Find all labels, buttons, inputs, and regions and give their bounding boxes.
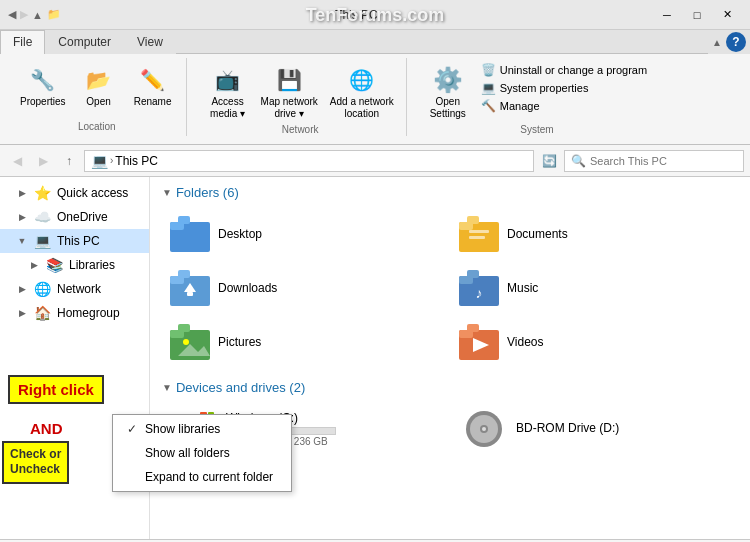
address-path[interactable]: 💻 › This PC: [84, 150, 534, 172]
ribbon-tabs: File Computer View ▲ ?: [0, 30, 750, 54]
maximize-button[interactable]: □: [682, 5, 712, 25]
svg-rect-15: [467, 270, 479, 278]
svg-text:♪: ♪: [476, 285, 483, 301]
svg-point-33: [482, 427, 486, 431]
refresh-button[interactable]: 🔄: [538, 150, 560, 172]
folder-documents[interactable]: Documents: [451, 208, 738, 260]
ctx-show-libraries-label: Show libraries: [145, 422, 220, 436]
devices-collapse-icon[interactable]: ▼: [162, 382, 172, 393]
homegroup-label: Homegroup: [57, 306, 120, 320]
up-icon[interactable]: ▲: [32, 9, 43, 21]
back-icon[interactable]: ◀: [8, 8, 16, 21]
desktop-folder-icon: [170, 214, 210, 254]
onedrive-icon: ☁️: [34, 209, 51, 225]
libraries-icon: 📚: [46, 257, 63, 273]
drive-bdrom-d[interactable]: BD-ROM Drive (D:): [452, 403, 738, 455]
manage-button[interactable]: 🔨 Manage: [477, 98, 651, 114]
folder-desktop[interactable]: Desktop: [162, 208, 449, 260]
devices-section-header: ▼ Devices and drives (2): [162, 380, 738, 395]
manage-icon: 🔨: [481, 99, 496, 113]
uninstall-button[interactable]: 🗑️ Uninstall or change a program: [477, 62, 651, 78]
ribbon-content: 🔧 Properties 📂 Open ✏️ Rename Location 📺: [0, 54, 750, 144]
properties-label: Properties: [20, 96, 66, 108]
tab-computer[interactable]: Computer: [45, 30, 124, 54]
network-icon: 🌐: [34, 281, 51, 297]
system-props-button[interactable]: 💻 System properties: [477, 80, 651, 96]
ribbon-group-location: 🔧 Properties 📂 Open ✏️ Rename Location: [8, 58, 187, 136]
up-button[interactable]: ↑: [58, 150, 80, 172]
sidebar-item-quick-access[interactable]: ▶ ⭐ Quick access: [0, 181, 149, 205]
settings-icon: ⚙️: [432, 64, 464, 96]
folder-music-label: Music: [507, 281, 538, 295]
sidebar-item-thispc[interactable]: ▼ 💻 This PC: [0, 229, 149, 253]
folder-music[interactable]: ♪ Music: [451, 262, 738, 314]
sidebar-item-homegroup[interactable]: ▶ 🏠 Homegroup: [0, 301, 149, 325]
homegroup-icon: 🏠: [34, 305, 51, 321]
open-icon: 📂: [83, 64, 115, 96]
add-network-button[interactable]: 🌐 Add a networklocation: [326, 62, 398, 122]
back-button[interactable]: ◀: [6, 150, 28, 172]
close-button[interactable]: ✕: [712, 5, 742, 25]
window-title: This PC: [61, 8, 652, 22]
tab-view[interactable]: View: [124, 30, 176, 54]
folder-pictures[interactable]: Pictures: [162, 316, 449, 368]
minimize-button[interactable]: ─: [652, 5, 682, 25]
access-media-button[interactable]: 📺 Accessmedia ▾: [203, 62, 253, 122]
drive-d-icon: [460, 409, 508, 449]
ctx-expand-current[interactable]: Expand to current folder: [113, 465, 291, 489]
expand-current-check: [125, 470, 139, 484]
manage-label: Manage: [500, 100, 540, 112]
pc-icon: 💻: [91, 153, 108, 169]
ctx-show-libraries[interactable]: ✓ Show libraries: [113, 417, 291, 441]
map-network-icon: 💾: [273, 64, 305, 96]
ribbon-group-system: ⚙️ OpenSettings 🗑️ Uninstall or change a…: [415, 58, 659, 136]
address-bar: ◀ ▶ ↑ 💻 › This PC 🔄 🔍 Search This PC: [0, 145, 750, 177]
add-network-label: Add a networklocation: [330, 96, 394, 120]
forward-button[interactable]: ▶: [32, 150, 54, 172]
system-buttons: ⚙️ OpenSettings 🗑️ Uninstall or change a…: [423, 62, 651, 122]
network-arrow: ▶: [16, 283, 28, 295]
devices-section-title[interactable]: Devices and drives (2): [176, 380, 305, 395]
sidebar-item-libraries[interactable]: ▶ 📚 Libraries: [0, 253, 149, 277]
network-label: Network: [57, 282, 101, 296]
folder-downloads[interactable]: Downloads: [162, 262, 449, 314]
ribbon: File Computer View ▲ ? 🔧 Properties 📂 Op…: [0, 30, 750, 145]
map-network-button[interactable]: 💾 Map networkdrive ▾: [257, 62, 322, 122]
open-settings-label: OpenSettings: [430, 96, 466, 120]
map-network-label: Map networkdrive ▾: [261, 96, 318, 120]
forward-icon[interactable]: ▶: [20, 8, 28, 21]
thispc-label: This PC: [57, 234, 100, 248]
svg-rect-2: [178, 216, 190, 224]
svg-point-20: [183, 339, 189, 345]
network-buttons: 📺 Accessmedia ▾ 💾 Map networkdrive ▾ 🌐 A…: [203, 62, 398, 122]
open-label: Open: [86, 96, 110, 108]
sidebar-item-onedrive[interactable]: ▶ ☁️ OneDrive: [0, 205, 149, 229]
folders-grid: Desktop Documents: [162, 208, 738, 368]
uninstall-label: Uninstall or change a program: [500, 64, 647, 76]
tab-file[interactable]: File: [0, 30, 45, 54]
sidebar-item-network[interactable]: ▶ 🌐 Network: [0, 277, 149, 301]
folder-videos[interactable]: Videos: [451, 316, 738, 368]
properties-icon: 🔧: [27, 64, 59, 96]
rename-icon: ✏️: [137, 64, 169, 96]
search-icon: 🔍: [571, 154, 586, 168]
context-menu: ✓ Show libraries Show all folders Expand…: [112, 414, 292, 492]
ctx-show-all-folders[interactable]: Show all folders: [113, 441, 291, 465]
open-button[interactable]: 📂 Open: [74, 62, 124, 110]
search-input[interactable]: [590, 155, 737, 167]
folder-pictures-label: Pictures: [218, 335, 261, 349]
rename-button[interactable]: ✏️ Rename: [128, 62, 178, 110]
system-group-label: System: [520, 122, 553, 135]
svg-rect-12: [187, 292, 193, 296]
properties-button[interactable]: 🔧 Properties: [16, 62, 70, 110]
location-buttons: 🔧 Properties 📂 Open ✏️ Rename: [16, 62, 178, 119]
folders-section-title[interactable]: Folders (6): [176, 185, 239, 200]
breadcrumb-thispc: This PC: [115, 154, 158, 168]
help-button[interactable]: ?: [726, 32, 746, 52]
open-settings-button[interactable]: ⚙️ OpenSettings: [423, 62, 473, 122]
quick-access-icon[interactable]: 📁: [47, 8, 61, 21]
ribbon-collapse-icon[interactable]: ▲: [712, 37, 722, 48]
folders-collapse-icon[interactable]: ▼: [162, 187, 172, 198]
search-box[interactable]: 🔍 Search This PC: [564, 150, 744, 172]
quick-access-icon: ⭐: [34, 185, 51, 201]
